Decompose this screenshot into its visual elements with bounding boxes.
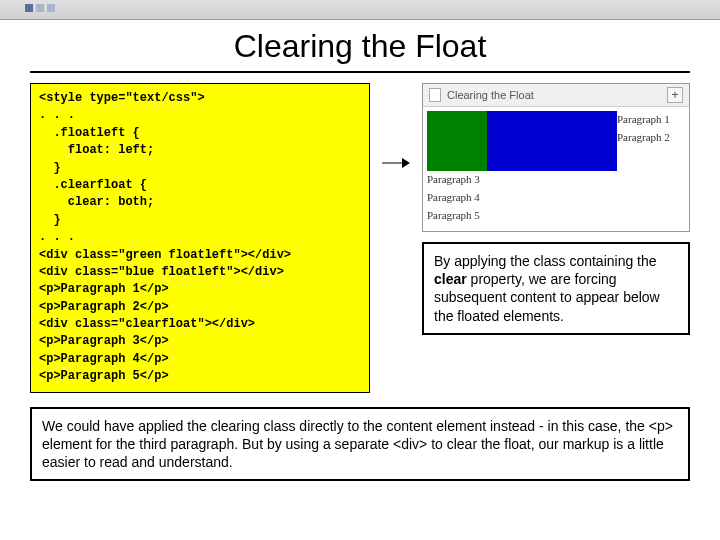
explain-text: By applying the class containing the bbox=[434, 253, 657, 269]
code-line: clear: both; bbox=[39, 195, 154, 209]
code-line: <p>Paragraph 1</p> bbox=[39, 282, 169, 296]
browser-tab-label: Clearing the Float bbox=[447, 89, 534, 101]
slide-title: Clearing the Float bbox=[0, 28, 720, 65]
code-line: .clearfloat { bbox=[39, 178, 147, 192]
code-line: <p>Paragraph 3</p> bbox=[39, 334, 169, 348]
code-line: . . . bbox=[39, 108, 75, 122]
content-row: <style type="text/css"> . . . .floatleft… bbox=[0, 83, 720, 393]
corner-decoration bbox=[25, 4, 55, 12]
code-line: <style type="text/css"> bbox=[39, 91, 205, 105]
explain-bold: clear bbox=[434, 271, 467, 287]
code-line: <p>Paragraph 2</p> bbox=[39, 300, 169, 314]
code-line: . . . bbox=[39, 230, 75, 244]
code-line: .floatleft { bbox=[39, 126, 140, 140]
new-tab-button[interactable]: + bbox=[667, 87, 683, 103]
code-line: <div class="blue floatleft"></div> bbox=[39, 265, 284, 279]
blue-box bbox=[487, 111, 617, 171]
browser-body: Paragraph 1 Paragraph 2 Paragraph 3 Para… bbox=[423, 107, 689, 231]
code-line: <p>Paragraph 4</p> bbox=[39, 352, 169, 366]
svg-marker-1 bbox=[402, 158, 410, 168]
preview-paragraph: Paragraph 3 bbox=[427, 173, 685, 185]
code-box: <style type="text/css"> . . . .floatleft… bbox=[30, 83, 370, 393]
arrow-right bbox=[382, 83, 410, 173]
right-column: Clearing the Float + Paragraph 1 Paragra… bbox=[422, 83, 690, 335]
preview-paragraph: Paragraph 5 bbox=[427, 209, 685, 221]
code-line: <p>Paragraph 5</p> bbox=[39, 369, 169, 383]
code-line: } bbox=[39, 161, 61, 175]
float-row: Paragraph 1 Paragraph 2 bbox=[427, 111, 685, 171]
slide-topbar bbox=[0, 0, 720, 20]
explain-text: property, we are forcing subsequent cont… bbox=[434, 271, 660, 323]
browser-preview: Clearing the Float + Paragraph 1 Paragra… bbox=[422, 83, 690, 232]
green-box bbox=[427, 111, 487, 171]
bottom-note: We could have applied the clearing class… bbox=[30, 407, 690, 482]
browser-tabbar: Clearing the Float + bbox=[423, 84, 689, 107]
code-line: } bbox=[39, 213, 61, 227]
code-line: <div class="green floatleft"></div> bbox=[39, 248, 291, 262]
title-underline bbox=[30, 71, 690, 73]
page-icon bbox=[429, 88, 441, 102]
preview-paragraph: Paragraph 4 bbox=[427, 191, 685, 203]
code-line: <div class="clearfloat"></div> bbox=[39, 317, 255, 331]
explanation-box: By applying the class containing the cle… bbox=[422, 242, 690, 335]
code-line: float: left; bbox=[39, 143, 154, 157]
